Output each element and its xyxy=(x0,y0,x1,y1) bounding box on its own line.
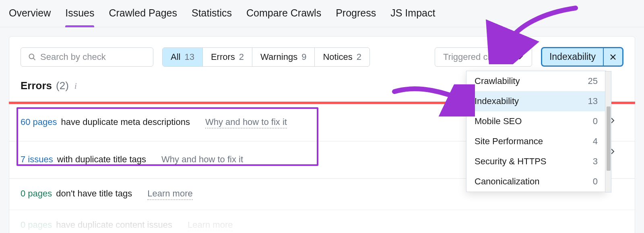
dropdown-option-canonicalization[interactable]: Canonicalization 0 xyxy=(466,172,606,192)
seg-errors-count: 2 xyxy=(239,52,244,62)
option-label: Site Performance xyxy=(475,136,543,147)
search-input[interactable] xyxy=(40,52,146,62)
dropdown-option-crawlability[interactable]: Crawlability 25 xyxy=(466,71,606,91)
help-link[interactable]: Why and how to fix it xyxy=(161,154,243,166)
tab-progress[interactable]: Progress xyxy=(336,7,376,27)
seg-all-label: All xyxy=(171,52,180,62)
issue-text: have duplicate content issues xyxy=(56,220,172,230)
option-label: Canonicalization xyxy=(475,176,539,187)
chevron-down-icon xyxy=(516,54,524,60)
dropdown-option-site-performance[interactable]: Site Performance 4 xyxy=(466,131,606,151)
option-count: 0 xyxy=(593,116,598,127)
option-count: 13 xyxy=(588,96,598,106)
tab-statistics[interactable]: Statistics xyxy=(192,7,232,27)
option-count: 3 xyxy=(593,156,598,167)
dropdown-option-mobile-seo[interactable]: Mobile SEO 0 xyxy=(466,111,606,131)
triggered-checks-label: Triggered checks xyxy=(443,52,511,62)
option-label: Mobile SEO xyxy=(475,116,522,127)
active-filter-label[interactable]: Indexability xyxy=(542,48,603,65)
seg-notices[interactable]: Notices 2 xyxy=(315,48,369,66)
section-title: Errors xyxy=(21,80,52,92)
issue-text: don't have title tags xyxy=(56,188,132,199)
option-count: 0 xyxy=(593,176,598,187)
active-filter-close[interactable] xyxy=(603,48,622,65)
issue-text: with duplicate title tags xyxy=(57,154,146,165)
category-dropdown: Crawlability 25 Indexability 13 Mobile S… xyxy=(466,71,606,192)
option-count: 25 xyxy=(588,76,598,86)
close-icon xyxy=(609,53,617,61)
option-count: 4 xyxy=(593,136,598,147)
active-filter-pill: Indexability xyxy=(541,47,623,67)
seg-warnings-count: 9 xyxy=(301,52,306,62)
svg-point-0 xyxy=(29,54,34,59)
issue-count-link[interactable]: 0 pages xyxy=(21,188,52,199)
svg-line-1 xyxy=(33,58,35,60)
seg-all[interactable]: All 13 xyxy=(163,48,203,66)
dropdown-option-indexability[interactable]: Indexability 13 xyxy=(466,91,606,111)
tab-crawled-pages[interactable]: Crawled Pages xyxy=(109,7,177,27)
issue-count-link[interactable]: 60 pages xyxy=(21,117,57,127)
tab-issues[interactable]: Issues xyxy=(65,7,94,27)
search-icon xyxy=(28,53,36,61)
seg-all-count: 13 xyxy=(184,52,194,62)
top-tabs: Overview Issues Crawled Pages Statistics… xyxy=(0,0,644,27)
tab-js-impact[interactable]: JS Impact xyxy=(390,7,435,27)
option-label: Crawlability xyxy=(475,76,520,86)
triggered-checks-select[interactable]: Triggered checks xyxy=(435,47,532,67)
option-label: Security & HTTPS xyxy=(475,156,546,167)
seg-errors-label: Errors xyxy=(211,52,235,62)
help-link[interactable]: Learn more xyxy=(147,188,193,200)
seg-notices-label: Notices xyxy=(323,52,352,62)
issue-count-link[interactable]: 7 issues xyxy=(21,154,53,165)
filter-segmented: All 13 Errors 2 Warnings 9 Notices 2 xyxy=(162,47,370,67)
scrollbar-thumb[interactable] xyxy=(607,106,611,171)
help-link[interactable]: Learn more xyxy=(188,220,233,231)
option-label: Indexability xyxy=(475,96,519,106)
issue-text: have duplicate meta descriptions xyxy=(61,117,190,127)
tab-overview[interactable]: Overview xyxy=(9,7,51,27)
seg-warnings[interactable]: Warnings 9 xyxy=(252,48,315,66)
seg-errors[interactable]: Errors 2 xyxy=(203,48,252,66)
issue-count-link[interactable]: 0 pages xyxy=(21,220,52,230)
seg-warnings-label: Warnings xyxy=(260,52,297,62)
info-icon[interactable]: i xyxy=(74,81,77,91)
tab-compare-crawls[interactable]: Compare Crawls xyxy=(246,7,321,27)
search-box[interactable] xyxy=(21,47,153,67)
dropdown-option-security-https[interactable]: Security & HTTPS 3 xyxy=(466,151,606,172)
help-link[interactable]: Why and how to fix it xyxy=(205,117,287,129)
section-count: (2) xyxy=(56,80,69,92)
issue-row[interactable]: 0 pages have duplicate content issues Le… xyxy=(9,210,635,233)
seg-notices-count: 2 xyxy=(357,52,361,62)
